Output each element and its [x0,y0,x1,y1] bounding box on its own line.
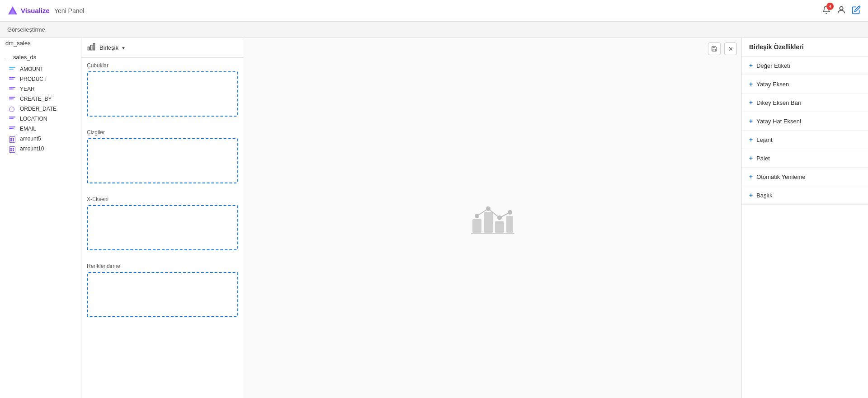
collapse-icon: — [5,55,10,60]
field-name: amount5 [20,136,41,142]
topnav-right: 4 [822,5,861,16]
dimension-icon [9,126,16,131]
property-otomatik-yenileme[interactable]: + Otomatik Yenileme [742,168,868,186]
field-item[interactable]: EMAIL [0,124,81,134]
field-name: YEAR [20,86,35,92]
page-title: Yeni Panel [54,7,84,14]
field-name: PRODUCT [20,76,47,82]
chart-type-label: Birleşik [99,44,118,51]
xekseni-dropzone[interactable] [87,205,238,250]
main-area: dm_sales — sales_ds AMOUNT [0,38,868,398]
middle-header: Birleşik ▾ [81,38,244,58]
left-sidebar: dm_sales — sales_ds AMOUNT [0,38,81,398]
field-item[interactable]: YEAR [0,84,81,94]
field-name: LOCATION [20,116,47,122]
canvas-toolbar: ✕ [708,42,737,55]
cubuklar-label: Çubuklar [87,62,238,69]
pencil-button[interactable] [852,5,861,16]
cubuklar-dropzone[interactable] [87,71,238,117]
property-baslik[interactable]: + Başlık [742,186,868,205]
field-item[interactable]: AMOUNT [0,64,81,74]
field-list: AMOUNT PRODUCT YEAR [0,62,81,155]
dimension-icon [9,77,16,81]
field-item[interactable]: CREATE_BY [0,94,81,104]
cubuklar-section: Çubuklar [81,58,244,125]
field-name: CREATE_BY [20,96,52,102]
property-label: Dikey Eksen Barı [756,99,802,106]
chevron-down-icon: ▾ [122,45,125,51]
dimension-icon [9,97,16,101]
datasource-name[interactable]: dm_sales [0,38,81,48]
subnav: Görselleştirme [0,22,868,38]
subnav-label: Görselleştirme [7,26,45,33]
cizgiler-label: Çizgiler [87,129,238,136]
right-sidebar: Birleşik Özellikleri + Değer Etiketi + Y… [741,38,868,398]
property-label: Otomatik Yenileme [756,173,805,180]
chart-placeholder [466,196,520,241]
field-item[interactable]: amount10 [0,144,81,154]
cizgiler-dropzone[interactable] [87,138,238,183]
topnav-left: Visualize Yeni Panel [7,5,84,16]
property-label: Palet [756,155,770,162]
svg-rect-8 [495,221,504,233]
dimension-icon [9,117,16,121]
field-name: amount10 [20,145,44,152]
center-canvas: ✕ [244,38,741,398]
svg-rect-7 [484,212,493,233]
field-name: AMOUNT [20,66,43,72]
field-name: ORDER_DATE [20,106,57,112]
xekseni-label: X-Ekseni [87,196,238,202]
property-label: Yatay Hat Ekseni [756,118,801,125]
plus-icon: + [749,155,753,162]
property-palet[interactable]: + Palet [742,149,868,168]
plus-icon: + [749,62,753,69]
svg-rect-6 [472,219,481,233]
user-icon[interactable] [836,5,846,16]
notification-button[interactable]: 4 [822,5,831,16]
logo[interactable]: Visualize [7,5,50,16]
field-item[interactable]: PRODUCT [0,74,81,84]
chart-type-selector[interactable]: Birleşik ▾ [87,42,125,53]
svg-rect-5 [93,44,94,50]
close-icon: ✕ [728,46,733,52]
field-item[interactable]: ORDER_DATE [0,104,81,114]
ds-label: dm_sales [5,40,31,47]
field-name: EMAIL [20,126,36,132]
field-item[interactable]: amount5 [0,134,81,144]
plus-icon: + [749,192,753,199]
property-yatay-hat-ekseni[interactable]: + Yatay Hat Ekseni [742,112,868,131]
cizgiler-section: Çizgiler [81,125,244,192]
close-button[interactable]: ✕ [724,42,737,55]
field-item[interactable]: LOCATION [0,114,81,124]
chart-icon [87,42,96,53]
svg-point-2 [840,7,843,10]
property-lejant[interactable]: + Lejant [742,131,868,149]
property-dikey-eksen-bari[interactable]: + Dikey Eksen Barı [742,94,868,112]
measure-icon [9,67,16,71]
property-label: Yatay Eksen [756,81,789,88]
right-panel-title: Birleşik Özellikleri [742,38,868,56]
grid-icon [9,136,16,141]
renklendirme-section: Renklendirme [81,258,244,325]
middle-panel: Birleşik ▾ Çubuklar Çizgiler X-Ekseni Re… [81,38,244,398]
dimension-icon [9,87,16,91]
save-button[interactable] [708,42,721,55]
plus-icon: + [749,80,753,88]
plus-icon: + [749,173,753,180]
topnav: Visualize Yeni Panel 4 [0,0,868,22]
grid-icon [9,146,16,151]
svg-rect-4 [90,45,92,50]
svg-rect-9 [506,216,513,233]
plus-icon: + [749,136,753,143]
xekseni-section: X-Ekseni [81,192,244,258]
ds-group: — sales_ds AMOUNT PRODUCT [0,48,81,159]
notif-badge: 4 [826,3,834,10]
svg-rect-3 [88,47,90,50]
ds-group-label: sales_ds [13,54,36,61]
property-deger-etiketi[interactable]: + Değer Etiketi [742,56,868,75]
property-yatay-eksen[interactable]: + Yatay Eksen [742,75,868,94]
date-icon [9,107,16,111]
plus-icon: + [749,117,753,125]
ds-group-name[interactable]: — sales_ds [0,52,81,62]
renklendirme-dropzone[interactable] [87,272,238,317]
